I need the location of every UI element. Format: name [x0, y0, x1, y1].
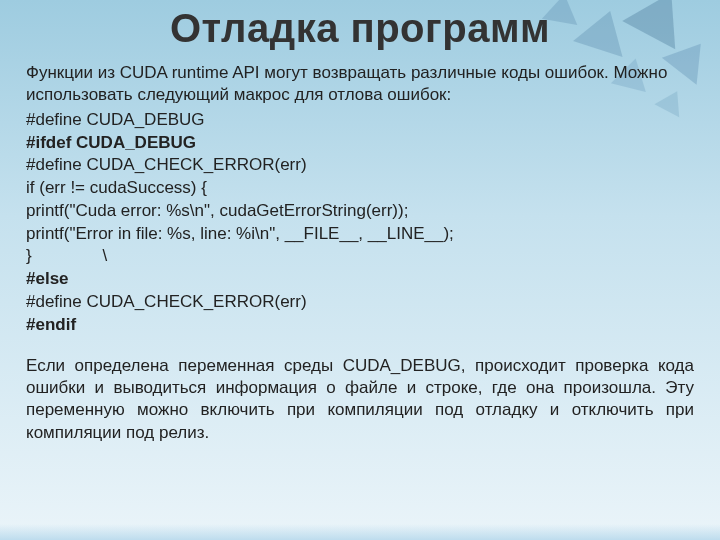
slide-body: Функции из CUDA runtime API могут возвра…: [26, 62, 694, 444]
code-line: } \: [26, 245, 694, 268]
slide-title: Отладка программ: [0, 6, 720, 51]
code-line: if (err != cudaSuccess) {: [26, 177, 694, 200]
code-line: #else: [26, 268, 694, 291]
code-line: #endif: [26, 314, 694, 337]
intro-text: Функции из CUDA runtime API могут возвра…: [26, 62, 694, 107]
code-line: printf("Cuda error: %s\n", cudaGetErrorS…: [26, 200, 694, 223]
slide: Отладка программ Функции из CUDA runtime…: [0, 0, 720, 540]
code-line: #ifdef CUDA_DEBUG: [26, 132, 694, 155]
code-line: #define CUDA_CHECK_ERROR(err): [26, 291, 694, 314]
code-line: printf("Error in file: %s, line: %i\n", …: [26, 223, 694, 246]
explanatory-paragraph: Если определена переменная среды CUDA_DE…: [26, 355, 694, 445]
code-block: #define CUDA_DEBUG#ifdef CUDA_DEBUG#defi…: [26, 109, 694, 337]
code-line: #define CUDA_CHECK_ERROR(err): [26, 154, 694, 177]
footer-gradient: [0, 524, 720, 540]
code-line: #define CUDA_DEBUG: [26, 109, 694, 132]
